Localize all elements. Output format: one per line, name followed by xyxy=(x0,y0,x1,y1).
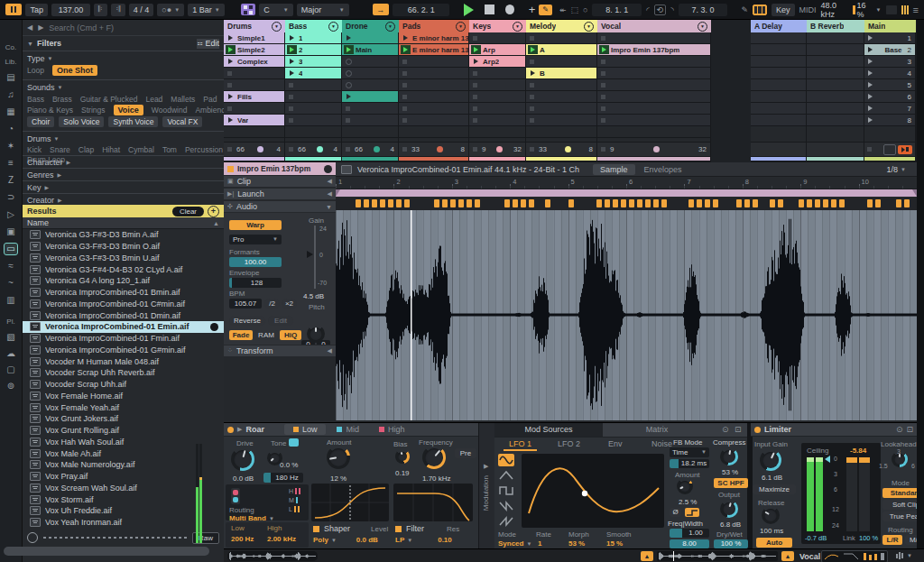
track-menu-icon[interactable]: ▼ xyxy=(584,22,594,32)
clip-preview-thumbnail[interactable] xyxy=(227,551,318,561)
warp-marker[interactable] xyxy=(688,199,694,207)
type-section-title[interactable]: Type xyxy=(27,54,45,63)
clip-stop-button[interactable] xyxy=(473,106,477,111)
add-locator-icon[interactable]: + xyxy=(529,3,536,16)
warp-marker[interactable] xyxy=(896,199,901,207)
track-header-drone[interactable]: Drone▼ xyxy=(342,20,399,32)
clip-slot-empty[interactable] xyxy=(342,68,398,78)
warp-marker[interactable] xyxy=(529,199,534,207)
edit-button[interactable]: Edit xyxy=(268,316,293,326)
tab-env[interactable]: Env xyxy=(603,438,628,449)
return-slot[interactable] xyxy=(807,56,864,67)
list-item[interactable]: Veronica G3-F#3-D3 Bmin O.aif xyxy=(23,241,224,253)
filter-tag[interactable]: Lead xyxy=(145,95,162,104)
list-item[interactable]: Veronica ImproCombined-01 Fmin.aif xyxy=(23,333,224,345)
clip-view-toggle[interactable]: ▲ xyxy=(641,551,653,561)
release-knob[interactable] xyxy=(762,506,780,524)
grid-value-menu[interactable]: 1/8 xyxy=(887,165,899,174)
clip-play-button[interactable] xyxy=(401,45,411,54)
warp-marker[interactable] xyxy=(637,199,642,207)
track-menu-icon[interactable]: ▼ xyxy=(456,22,466,32)
filter-tag[interactable]: Percussion xyxy=(185,145,223,154)
return-slot[interactable] xyxy=(807,68,864,78)
clip-slot-empty[interactable] xyxy=(285,79,341,90)
scene-play-button[interactable] xyxy=(868,94,873,99)
fb-amount-knob[interactable] xyxy=(677,478,693,494)
browser-nav-icon-5[interactable]: ≡ xyxy=(8,158,14,169)
clip-slot[interactable]: Fills xyxy=(224,91,284,102)
limiter-power-led[interactable] xyxy=(754,427,761,433)
clip-slot-empty[interactable] xyxy=(224,68,284,78)
routing-value[interactable]: Multi Band xyxy=(229,514,266,522)
clip-play-button[interactable] xyxy=(226,33,236,42)
scene-play-button[interactable] xyxy=(868,59,873,64)
list-item[interactable]: Vox Scream Wah Soul.aif xyxy=(23,483,224,494)
preview-waveform[interactable] xyxy=(43,537,187,539)
warp-marker[interactable] xyxy=(568,199,574,207)
browser-nav-icon-6[interactable]: Z xyxy=(8,175,14,186)
clip-stop-button[interactable] xyxy=(530,95,534,99)
return-slot[interactable] xyxy=(751,44,806,55)
browser-nav-icon-9[interactable]: ▣ xyxy=(6,226,14,237)
browser-h-scrollbar[interactable] xyxy=(4,547,209,556)
browser-nav-icon-0[interactable]: ▤ xyxy=(6,72,14,83)
stop-button[interactable] xyxy=(485,5,494,14)
warp-marker[interactable] xyxy=(605,199,610,207)
track-header-a-delay[interactable]: A Delay xyxy=(751,20,807,32)
return-status-row[interactable] xyxy=(751,143,806,156)
list-item[interactable]: Vox Female Home.aif xyxy=(23,391,224,402)
limiter-title-bar[interactable]: Limiter ⊙ ⊡ xyxy=(751,423,917,437)
ceiling-handle[interactable] xyxy=(825,456,830,463)
clip-slot-empty[interactable] xyxy=(342,115,398,125)
clip-stop-button[interactable] xyxy=(402,118,407,123)
compress-value[interactable]: 53 % xyxy=(722,468,738,476)
clip-slot-empty[interactable] xyxy=(469,91,525,102)
amount-knob[interactable] xyxy=(327,446,350,469)
clip-slot-empty[interactable] xyxy=(285,103,341,114)
track-header-keys[interactable]: Keys▼ xyxy=(469,20,526,32)
filter-tag[interactable]: One Shot xyxy=(52,65,97,76)
tone-knob[interactable] xyxy=(267,450,282,465)
clip-slot[interactable] xyxy=(342,32,398,43)
clip-slot-empty[interactable] xyxy=(526,103,596,114)
browser-places-icon-2[interactable]: ▢ xyxy=(6,364,14,374)
clip-slot-empty[interactable] xyxy=(399,91,468,102)
return-slot[interactable] xyxy=(807,91,864,102)
tap-button[interactable]: Tap xyxy=(25,4,48,16)
clip-stop-button[interactable] xyxy=(473,36,477,41)
shaper-curve-display[interactable] xyxy=(311,484,389,521)
list-item[interactable]: Vocoder Scrap Uhh.aif xyxy=(23,379,224,391)
clip-play-button[interactable] xyxy=(287,57,297,66)
warp-marker[interactable] xyxy=(396,199,402,207)
clip-slot-empty[interactable] xyxy=(526,115,596,125)
frequency-knob[interactable] xyxy=(422,446,446,469)
warp-marker[interactable] xyxy=(770,199,775,207)
clip-stop-button[interactable] xyxy=(289,118,293,123)
filter-section-genres[interactable]: Genres▶ xyxy=(23,168,224,180)
ram-toggle[interactable]: RAM xyxy=(254,330,278,340)
follow-circle-icon[interactable]: ○ xyxy=(583,5,587,14)
nudge-down-icon[interactable]: 𝄆 xyxy=(94,4,107,16)
browser-forward-icon[interactable]: ▶ xyxy=(38,23,43,32)
clip-slot[interactable]: Main xyxy=(342,44,398,55)
filter-tag[interactable]: Clap xyxy=(79,145,94,154)
computer-midi-keyboard-icon[interactable] xyxy=(753,5,767,15)
track-menu-icon[interactable]: ▼ xyxy=(328,22,338,32)
drums-section-title[interactable]: Drums xyxy=(27,134,51,143)
tone-value[interactable]: 0.0 % xyxy=(280,461,298,469)
pre-button[interactable]: Pre xyxy=(455,448,476,458)
hiq-toggle[interactable]: HiQ xyxy=(280,330,301,340)
warp-marker[interactable] xyxy=(753,199,758,207)
list-item[interactable]: Veronica ImproCombined-01 Emin.aif xyxy=(23,321,224,333)
track-header-b-reverb[interactable]: B Reverb xyxy=(807,20,864,32)
clip-stop-button[interactable] xyxy=(530,60,534,64)
clip-color-box[interactable] xyxy=(227,166,234,172)
fb-amount-value[interactable]: 2.5 % xyxy=(679,498,697,506)
tab-lfo1[interactable]: LFO 1 xyxy=(504,438,537,451)
filter-tag[interactable]: Kick xyxy=(27,145,42,154)
gain-handle[interactable] xyxy=(307,251,313,258)
roar-tab-mid[interactable]: Mid xyxy=(328,424,368,435)
transform-section-header[interactable]: ⁘Transform◀ xyxy=(224,345,336,356)
warp-marker[interactable] xyxy=(404,199,410,207)
warp-marker[interactable] xyxy=(867,199,873,207)
